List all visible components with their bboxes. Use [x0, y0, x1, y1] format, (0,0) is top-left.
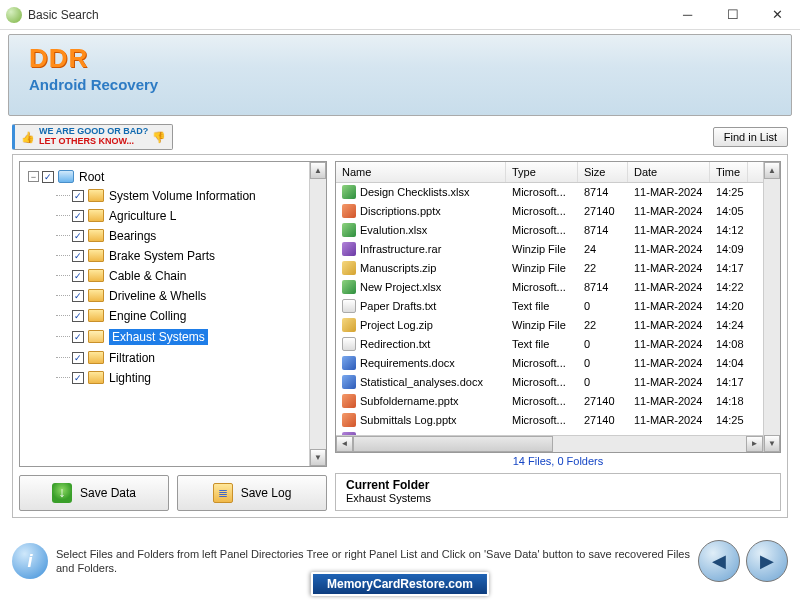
scroll-track[interactable] — [310, 179, 326, 449]
tree-item[interactable]: ✓Exhaust Systems — [28, 326, 309, 348]
minimize-button[interactable]: ─ — [665, 0, 710, 30]
folder-icon — [88, 269, 104, 282]
hscroll-thumb[interactable] — [353, 436, 553, 452]
collapse-icon[interactable]: − — [28, 171, 39, 182]
column-header-date[interactable]: Date — [628, 162, 710, 182]
file-type: Microsoft... — [506, 281, 578, 293]
checkbox[interactable]: ✓ — [72, 250, 84, 262]
back-button[interactable]: ◀ — [698, 540, 740, 582]
checkbox[interactable]: ✓ — [72, 290, 84, 302]
file-row[interactable]: Statistical_analyses.docxMicrosoft...011… — [336, 373, 763, 392]
current-folder-title: Current Folder — [346, 478, 770, 492]
column-header-time[interactable]: Time — [710, 162, 748, 182]
file-row[interactable]: Infrastructure.rarWinzip File2411-MAR-20… — [336, 240, 763, 259]
disk-icon — [58, 170, 74, 183]
current-folder-box: Current Folder Exhaust Systems — [335, 473, 781, 511]
checkbox[interactable]: ✓ — [42, 171, 54, 183]
column-header-size[interactable]: Size — [578, 162, 628, 182]
scroll-up-icon[interactable]: ▲ — [764, 162, 780, 179]
file-row[interactable]: Subfoldername.pptxMicrosoft...2714011-MA… — [336, 392, 763, 411]
file-type: Microsoft... — [506, 395, 578, 407]
feedback-badge[interactable]: 👍 WE ARE GOOD OR BAD? LET OTHERS KNOW...… — [12, 124, 173, 150]
file-time: 14:18 — [710, 395, 748, 407]
folder-icon — [88, 229, 104, 242]
file-row[interactable]: Paper Drafts.txtText file011-MAR-202414:… — [336, 297, 763, 316]
scroll-down-icon[interactable]: ▼ — [310, 449, 326, 466]
file-name: Submittals Log.pptx — [360, 414, 457, 426]
folder-icon — [88, 309, 104, 322]
checkbox[interactable]: ✓ — [72, 210, 84, 222]
file-row[interactable]: Submittals Log.pptxMicrosoft...2714011-M… — [336, 411, 763, 430]
checkbox[interactable]: ✓ — [72, 352, 84, 364]
file-summary: 14 Files, 0 Folders — [335, 453, 781, 469]
maximize-button[interactable]: ☐ — [710, 0, 755, 30]
checkbox[interactable]: ✓ — [72, 190, 84, 202]
file-horizontal-scrollbar[interactable]: ◄ ► — [336, 435, 763, 452]
file-time: 14:20 — [710, 300, 748, 312]
save-data-button[interactable]: Save Data — [19, 475, 169, 511]
file-type: Microsoft... — [506, 224, 578, 236]
file-size: 27140 — [578, 205, 628, 217]
file-name: Paper Drafts.txt — [360, 300, 436, 312]
tree-item-label: System Volume Information — [109, 189, 256, 203]
tree-item[interactable]: ✓Engine Colling — [28, 306, 309, 326]
column-header-type[interactable]: Type — [506, 162, 578, 182]
file-type: Text file — [506, 338, 578, 350]
file-row[interactable]: Evalution.xlsxMicrosoft...871411-MAR-202… — [336, 221, 763, 240]
scroll-down-icon[interactable]: ▼ — [764, 435, 780, 452]
file-icon — [342, 337, 356, 351]
checkbox[interactable]: ✓ — [72, 230, 84, 242]
checkbox[interactable]: ✓ — [72, 310, 84, 322]
column-header-name[interactable]: Name — [336, 162, 506, 182]
file-row[interactable]: Requirements.docxMicrosoft...011-MAR-202… — [336, 354, 763, 373]
checkbox[interactable]: ✓ — [72, 372, 84, 384]
file-icon — [342, 413, 356, 427]
tree-item[interactable]: ✓Brake System Parts — [28, 246, 309, 266]
thumbs-down-icon: 👎 — [152, 131, 166, 143]
tree-item[interactable]: ✓System Volume Information — [28, 186, 309, 206]
scroll-left-icon[interactable]: ◄ — [336, 436, 353, 452]
folder-icon — [88, 189, 104, 202]
main-frame: −✓Root✓System Volume Information✓Agricul… — [12, 154, 788, 518]
tree-item[interactable]: ✓Driveline & Whells — [28, 286, 309, 306]
file-row[interactable]: Redirection.txtText file011-MAR-202414:0… — [336, 335, 763, 354]
file-list: Name Type Size Date Time Design Checklis… — [335, 161, 781, 453]
file-icon — [342, 356, 356, 370]
checkbox[interactable]: ✓ — [72, 270, 84, 282]
file-time: 14:09 — [710, 243, 748, 255]
vscroll-track[interactable] — [764, 179, 780, 435]
tree-vertical-scrollbar[interactable]: ▲ ▼ — [309, 162, 326, 466]
hscroll-track[interactable] — [353, 436, 746, 452]
file-size: 22 — [578, 319, 628, 331]
tree-item[interactable]: ✓Bearings — [28, 226, 309, 246]
file-row[interactable]: Design Checklists.xlsxMicrosoft...871411… — [336, 183, 763, 202]
file-name: Project Log.zip — [360, 319, 433, 331]
tree-item[interactable]: ✓Lighting — [28, 368, 309, 388]
scroll-right-icon[interactable]: ► — [746, 436, 763, 452]
find-in-list-button[interactable]: Find in List — [713, 127, 788, 147]
tree-item[interactable]: ✓Cable & Chain — [28, 266, 309, 286]
file-row[interactable]: Project Log.zipWinzip File2211-MAR-20241… — [336, 316, 763, 335]
close-button[interactable]: ✕ — [755, 0, 800, 30]
header-banner: DDR Android Recovery — [8, 34, 792, 116]
folder-icon — [88, 351, 104, 364]
tree-item[interactable]: ✓Filtration — [28, 348, 309, 368]
file-row[interactable]: New Project.xlsxMicrosoft...871411-MAR-2… — [336, 278, 763, 297]
file-icon — [342, 375, 356, 389]
file-date: 11-MAR-2024 — [628, 243, 710, 255]
file-name: Evalution.xlsx — [360, 224, 427, 236]
file-row[interactable]: Discriptions.pptxMicrosoft...2714011-MAR… — [336, 202, 763, 221]
file-row[interactable]: Manuscripts.zipWinzip File2211-MAR-20241… — [336, 259, 763, 278]
file-size: 24 — [578, 243, 628, 255]
scroll-up-icon[interactable]: ▲ — [310, 162, 326, 179]
tree-item[interactable]: ✓Agriculture L — [28, 206, 309, 226]
file-icon — [342, 394, 356, 408]
tree-root[interactable]: −✓Root — [28, 168, 309, 186]
action-buttons: Save Data Save Log — [19, 475, 327, 511]
forward-button[interactable]: ▶ — [746, 540, 788, 582]
save-log-button[interactable]: Save Log — [177, 475, 327, 511]
file-size: 8714 — [578, 281, 628, 293]
file-size: 8714 — [578, 186, 628, 198]
checkbox[interactable]: ✓ — [72, 331, 84, 343]
file-vertical-scrollbar[interactable]: ▲ ▼ — [763, 162, 780, 452]
